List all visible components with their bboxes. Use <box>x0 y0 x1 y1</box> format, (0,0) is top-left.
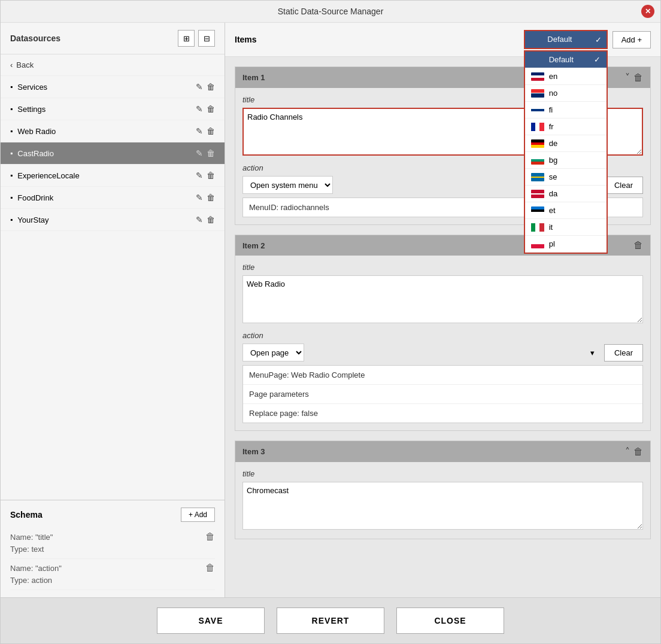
lang-option-fi[interactable]: fi <box>525 102 607 119</box>
item-card-2: Item 2 🗑 title Web Radio action <box>235 235 651 431</box>
sidebar-item-actions: ✎ 🗑 <box>196 171 215 180</box>
schema-field-type: Type: action <box>10 575 62 587</box>
bottom-bar: SAVE REVERT CLOSE <box>1 597 660 643</box>
sidebar-item-label: ExperienceLocale <box>17 171 196 180</box>
item-2-action-select-wrapper: Open page <box>242 344 599 362</box>
close-window-button[interactable]: ✕ <box>641 5 654 18</box>
sidebar-item-actions: ✎ 🗑 <box>196 148 215 158</box>
lang-label: bg <box>549 156 557 165</box>
schema-field-name: Name: "action" <box>10 563 62 575</box>
flag-no <box>531 89 544 98</box>
item-1-down-button[interactable]: ˅ <box>625 72 630 83</box>
sidebar-item-label: Services <box>17 83 196 92</box>
sidebar-add-button[interactable]: ⊞ <box>178 30 195 47</box>
close-button[interactable]: CLOSE <box>396 607 504 634</box>
item-2-delete-button[interactable]: 🗑 <box>633 240 643 251</box>
schema-title: Schema <box>10 510 43 520</box>
sidebar-item-webradio[interactable]: ▪ Web Radio ✎ 🗑 <box>1 120 225 142</box>
schema-field-delete-icon[interactable]: 🗑 <box>205 563 215 573</box>
sidebar-item-label: CastRadio <box>17 149 196 158</box>
title-field-label: title <box>242 469 643 478</box>
folder-icon: ▪ <box>10 127 13 135</box>
schema-field-delete-icon[interactable]: 🗑 <box>205 531 215 542</box>
sidebar-item-castradio[interactable]: ▪ CastRadio ✎ 🗑 <box>1 142 225 165</box>
items-label: Items <box>235 35 257 44</box>
delete-icon[interactable]: 🗑 <box>207 82 215 92</box>
item-2-title-input[interactable]: Web Radio <box>242 275 643 323</box>
flag-en <box>531 72 544 81</box>
item-1-clear-button[interactable]: Clear <box>604 177 643 194</box>
lang-option-bg[interactable]: bg <box>525 152 607 169</box>
lang-option-de[interactable]: de <box>525 135 607 152</box>
edit-icon[interactable]: ✎ <box>196 171 203 180</box>
schema-add-button[interactable]: + Add <box>181 508 215 522</box>
edit-icon[interactable]: ✎ <box>196 193 203 202</box>
sidebar-item-fooddrink[interactable]: ▪ FoodDrink ✎ 🗑 <box>1 187 225 209</box>
action-detail-row: MenuPage: Web Radio Complete <box>243 366 642 385</box>
lang-label: da <box>549 189 557 198</box>
item-1-title: Item 1 <box>242 73 265 82</box>
edit-icon[interactable]: ✎ <box>196 215 203 224</box>
item-2-action-select[interactable]: Open page <box>242 344 304 362</box>
language-dropdown[interactable]: Default ✓ Default ✓ <box>524 30 608 49</box>
sidebar-item-settings[interactable]: ▪ Settings ✎ 🗑 <box>1 98 225 120</box>
item-3-title-input[interactable]: Chromecast <box>242 482 643 530</box>
edit-icon[interactable]: ✎ <box>196 104 203 114</box>
schema-field-type: Type: text <box>10 543 53 555</box>
flag-da <box>531 190 544 198</box>
revert-button[interactable]: REVERT <box>277 607 384 634</box>
item-2-clear-button[interactable]: Clear <box>604 344 643 362</box>
lang-option-et[interactable]: et <box>525 202 607 219</box>
flag-se <box>531 173 544 181</box>
edit-icon[interactable]: ✎ <box>196 126 203 136</box>
sidebar-item-experiencelocale[interactable]: ▪ ExperienceLocale ✎ 🗑 <box>1 165 225 187</box>
lang-option-no[interactable]: no <box>525 85 607 102</box>
lang-option-default[interactable]: Default ✓ <box>525 51 607 68</box>
lang-option-se[interactable]: se <box>525 169 607 186</box>
action-detail-row: Page parameters <box>243 385 642 404</box>
item-3-body: title Chromecast <box>235 462 650 539</box>
sidebar: Datasources ⊞ ⊟ ‹ Back ▪ Services ✎ <box>1 23 225 597</box>
save-button[interactable]: SAVE <box>157 607 265 634</box>
main-header-right: Default ✓ Default ✓ <box>524 30 651 49</box>
sidebar-item-yourstay[interactable]: ▪ YourStay ✎ 🗑 <box>1 209 225 231</box>
sidebar-back[interactable]: ‹ Back <box>1 54 225 76</box>
item-3-delete-button[interactable]: 🗑 <box>633 446 643 457</box>
schema-field-info: Name: "title" Type: text <box>10 531 53 555</box>
sidebar-item-label: Web Radio <box>17 127 196 136</box>
sidebar-nav: ‹ Back ▪ Services ✎ 🗑 ▪ Settings <box>1 54 225 500</box>
sidebar-item-actions: ✎ 🗑 <box>196 215 215 224</box>
item-3-header: Item 3 ˄ 🗑 <box>235 441 650 462</box>
item-1-delete-button[interactable]: 🗑 <box>633 72 643 83</box>
schema-section: Schema + Add Name: "title" Type: text 🗑 … <box>1 500 225 597</box>
item-1-action-select[interactable]: Open system menu <box>242 176 333 194</box>
delete-icon[interactable]: 🗑 <box>207 148 215 158</box>
lang-label: Default <box>549 55 574 64</box>
edit-icon[interactable]: ✎ <box>196 148 203 158</box>
lang-label: no <box>549 89 557 98</box>
schema-field-info: Name: "action" Type: action <box>10 563 62 586</box>
delete-icon[interactable]: 🗑 <box>207 215 215 224</box>
delete-icon[interactable]: 🗑 <box>207 171 215 180</box>
add-item-button[interactable]: Add + <box>613 31 651 48</box>
lang-option-it[interactable]: it <box>525 219 607 236</box>
sidebar-title: Datasources <box>10 34 60 43</box>
lang-option-fr[interactable]: fr <box>525 119 607 135</box>
schema-field-title: Name: "title" Type: text 🗑 <box>10 528 215 559</box>
lang-option-pl[interactable]: pl <box>525 236 607 253</box>
title-bar: Static Data-Source Manager ✕ <box>1 1 660 23</box>
back-chevron-icon: ‹ <box>10 60 13 69</box>
delete-icon[interactable]: 🗑 <box>207 104 215 114</box>
lang-option-da[interactable]: da <box>525 186 607 202</box>
lang-option-en[interactable]: en <box>525 68 607 85</box>
item-3-up-button[interactable]: ˄ <box>625 446 630 457</box>
flag-bg <box>531 156 544 165</box>
sidebar-item-services[interactable]: ▪ Services ✎ 🗑 <box>1 76 225 98</box>
folder-icon: ▪ <box>10 215 13 224</box>
delete-icon[interactable]: 🗑 <box>207 193 215 202</box>
lang-label: fr <box>549 122 554 131</box>
edit-icon[interactable]: ✎ <box>196 82 203 92</box>
sidebar-settings-button[interactable]: ⊟ <box>198 30 215 47</box>
delete-icon[interactable]: 🗑 <box>207 126 215 136</box>
language-dropdown-button[interactable]: Default ✓ <box>524 30 608 49</box>
